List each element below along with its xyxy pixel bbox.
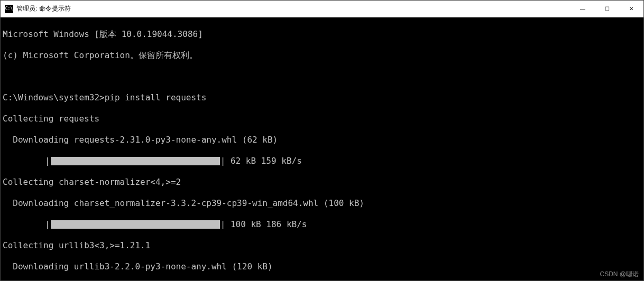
progress-text: 62 kB 159 kB/s (225, 156, 302, 166)
command-text: pip install requests (105, 92, 207, 102)
maximize-button[interactable]: ☐ (595, 1, 619, 17)
app-icon: C:\ (5, 5, 13, 13)
os-version-line: Microsoft Windows [版本 10.0.19044.3086] (3, 29, 641, 40)
downloading-line: Downloading charset_normalizer-3.3.2-cp3… (3, 198, 641, 209)
downloading-line: Downloading requests-2.31.0-py3-none-any… (3, 135, 641, 145)
downloading-line: Downloading urllib3-2.2.0-py3-none-any.w… (3, 261, 641, 272)
progress-bar (51, 157, 220, 165)
progress-bar (51, 220, 220, 229)
watermark: CSDN @嗯诺 (600, 270, 639, 279)
window-title: 管理员: 命令提示符 (16, 4, 571, 13)
prompt-path: C:\Windows\system32> (3, 92, 105, 102)
collecting-line: Collecting requests (3, 114, 641, 124)
titlebar[interactable]: C:\ 管理员: 命令提示符 — ☐ ✕ (1, 1, 643, 17)
progress-line: || 100 kB 186 kB/s (3, 219, 641, 230)
terminal-output[interactable]: Microsoft Windows [版本 10.0.19044.3086] (… (1, 17, 643, 280)
copyright-line: (c) Microsoft Corporation。保留所有权利。 (3, 50, 641, 61)
blank-line (3, 71, 641, 82)
close-button[interactable]: ✕ (619, 1, 643, 17)
collecting-line: Collecting urllib3<3,>=1.21.1 (3, 240, 641, 251)
minimize-button[interactable]: — (571, 1, 595, 17)
progress-text: 100 kB 186 kB/s (225, 219, 307, 230)
command-prompt-window: C:\ 管理员: 命令提示符 — ☐ ✕ Microsoft Windows [… (0, 0, 644, 281)
prompt-line: C:\Windows\system32>pip install requests (3, 92, 641, 103)
window-controls: — ☐ ✕ (571, 1, 643, 17)
progress-line: || 62 kB 159 kB/s (3, 156, 641, 166)
collecting-line: Collecting charset-normalizer<4,>=2 (3, 177, 641, 188)
